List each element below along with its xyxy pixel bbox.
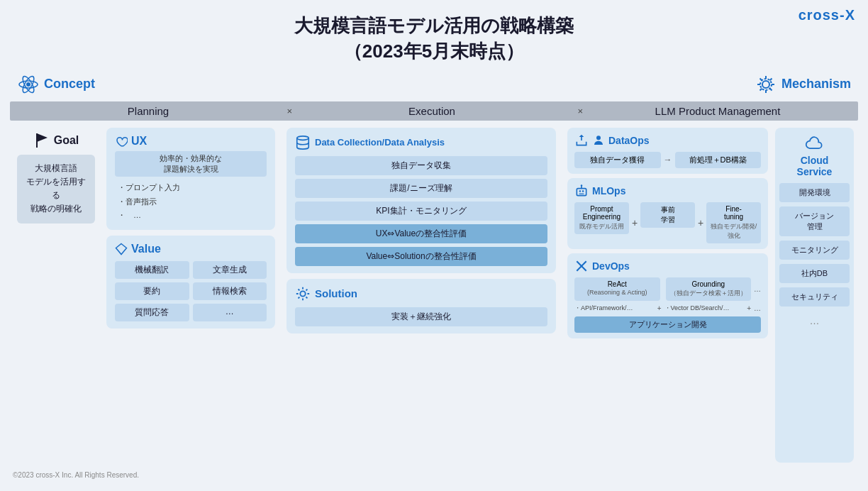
planning-column: UX 効率的・効果的な課題解決を実現 ・プロンプト入力 ・音声指示 ・ … Va…	[102, 125, 279, 465]
dataops-title: DataOps	[574, 133, 761, 148]
cloud-box: CloudService 開発環境 バージョン管理 モニタリング 社内DB セキ…	[775, 128, 854, 463]
logo: cross-X	[799, 7, 855, 23]
mlops-item-finetuning: Fine-tuning 独自モデル開発/強化	[706, 202, 761, 243]
cloud-item-version: バージョン管理	[779, 206, 850, 236]
value-item: 文章生成	[193, 261, 267, 279]
devops-item-react: ReAct (Reasoning & Acting)	[574, 277, 660, 301]
devops-api-fw: ・API/Framework/…	[574, 304, 655, 313]
page-wrapper: cross-X 大規模言語モデル活用の戦略構築 （2023年5月末時点） Con…	[0, 0, 868, 491]
dataops-icon	[574, 133, 589, 148]
cloud-item-monitoring: モニタリング	[779, 241, 850, 260]
devops-icon	[574, 259, 589, 273]
mlops-plus2: +	[698, 217, 703, 228]
dc-item-highlight: Value⇔Solutionの整合性評価	[295, 247, 547, 266]
svg-point-16	[581, 184, 583, 187]
solution-icon	[295, 286, 311, 302]
value-item: …	[193, 304, 267, 321]
gear-icon	[755, 73, 777, 96]
goal-label: Goal	[33, 132, 79, 149]
svg-point-4	[762, 81, 769, 88]
ops-column: DataOps 独自データ獲得 → 前処理＋DB構築	[567, 128, 768, 463]
solution-title: Solution	[295, 286, 547, 302]
dc-title: Data Collection/Data Analysis	[295, 135, 547, 150]
value-grid: 機械翻訳 文章生成 要約 情報検索 質問応答 …	[115, 261, 267, 321]
cloud-icon	[805, 133, 825, 153]
devops-item-grounding: Grounding （独自データ検索＋活用）	[666, 277, 752, 301]
solution-box: Solution 実装＋継続強化	[286, 279, 556, 333]
svg-point-10	[300, 291, 305, 296]
svg-rect-13	[579, 190, 582, 192]
cloud-column: CloudService 開発環境 バージョン管理 モニタリング 社内DB セキ…	[772, 128, 854, 463]
mlops-plus: +	[632, 217, 638, 228]
logo-x: X	[845, 7, 855, 23]
llm-header: LLM Product Management	[577, 101, 858, 121]
devops-app-row: アプリケーション開発	[574, 316, 761, 333]
value-box: Value 機械翻訳 文章生成 要約 情報検索 質問応答 …	[106, 236, 275, 329]
data-collection-box: Data Collection/Data Analysis 独自データ収集 課題…	[286, 128, 556, 273]
value-item: 質問応答	[115, 304, 189, 321]
page-title: 大規模言語モデル活用の戦略構築 （2023年5月末時点）	[10, 13, 858, 65]
mechanism-text: Mechanism	[781, 77, 851, 92]
concept-text: Concept	[44, 77, 95, 92]
ux-box: UX 効率的・効果的な課題解決を実現 ・プロンプト入力 ・音声指示 ・ …	[106, 128, 275, 230]
dc-item: 課題/ニーズ理解	[295, 179, 547, 198]
flag-icon	[33, 132, 50, 149]
svg-marker-8	[116, 244, 127, 255]
heart-icon	[115, 135, 128, 148]
dataops-item2: 前処理＋DB構築	[675, 152, 762, 168]
mlops-grid: PromptEngineering 既存モデル活用 + 事前学習 + Fine-…	[574, 202, 761, 243]
svg-point-9	[297, 136, 309, 140]
ux-title: UX	[115, 135, 267, 148]
header-icons-row: Concept Mechanism	[10, 73, 858, 96]
value-item: 要約	[115, 282, 189, 300]
logo-prefix: cross-	[799, 7, 845, 23]
dataops-arrow: →	[664, 155, 672, 165]
cloud-title: CloudService	[779, 133, 850, 177]
goal-column: Goal 大規模言語モデルを活用する戦略の明確化	[10, 125, 102, 465]
devops-app-box: アプリケーション開発	[574, 316, 761, 333]
dc-item-highlight: UX⇔Valueの整合性評価	[295, 224, 547, 243]
mechanism-label: Mechanism	[755, 73, 851, 96]
dataops-item1: 独自データ獲得	[574, 152, 661, 168]
devops-grid: ReAct (Reasoning & Acting) Grounding （独自…	[574, 277, 761, 301]
dc-item: KPI集計・モニタリング	[295, 202, 547, 221]
cloud-items: 開発環境 バージョン管理 モニタリング 社内DB セキュリティ …	[779, 183, 850, 331]
devops-api-row: ・API/Framework/… + ・Vector DB/Search/… +…	[574, 304, 761, 313]
svg-rect-12	[577, 188, 586, 195]
llm-inner: DataOps 独自データ獲得 → 前処理＋DB構築	[567, 128, 854, 463]
cloud-item-dots: …	[779, 311, 850, 331]
atom-icon	[17, 73, 40, 96]
mlops-title: MLOps	[574, 184, 761, 198]
cloud-item-db: 社内DB	[779, 264, 850, 283]
solution-item: 実装＋継続強化	[295, 307, 547, 326]
dataops-box: DataOps 独自データ獲得 → 前処理＋DB構築	[567, 128, 768, 174]
value-item: 機械翻訳	[115, 261, 189, 279]
svg-marker-7	[37, 133, 48, 142]
database-icon	[295, 135, 311, 150]
dc-item: 独自データ収集	[295, 156, 547, 175]
person-icon	[592, 134, 605, 147]
devops-extra: …	[754, 285, 761, 293]
concept-label: Concept	[17, 73, 159, 96]
mlops-item-prompt: PromptEngineering 既存モデル活用	[574, 202, 629, 234]
execution-column: Data Collection/Data Analysis 独自データ収集 課題…	[279, 125, 563, 465]
svg-point-11	[596, 136, 601, 140]
llm-column: DataOps 独自データ獲得 → 前処理＋DB構築	[563, 125, 858, 465]
value-item: 情報検索	[193, 282, 267, 300]
dc-items: 独自データ収集 課題/ニーズ理解 KPI集計・モニタリング UX⇔Valueの整…	[295, 156, 547, 266]
planning-header: Planning ×	[10, 101, 286, 121]
footer: ©2023 cross-X Inc. All Rights Reserved.	[10, 471, 858, 479]
main-area: Goal 大規模言語モデルを活用する戦略の明確化 UX 効率的・効果的な課題解決…	[10, 125, 858, 465]
diamond-icon	[115, 243, 128, 255]
mlops-item-pretrain: 事前学習	[640, 202, 695, 228]
svg-point-0	[26, 82, 30, 87]
robot-icon	[574, 184, 589, 198]
cloud-item-dev: 開発環境	[779, 183, 850, 202]
ux-list: ・プロンプト入力 ・音声指示 ・ …	[115, 181, 267, 223]
devops-title: DevOps	[574, 259, 761, 273]
goal-box: 大規模言語モデルを活用する戦略の明確化	[17, 155, 95, 224]
cloud-service-title: CloudService	[797, 155, 833, 177]
svg-rect-14	[582, 190, 584, 192]
execution-header: Execution ×	[286, 101, 577, 121]
cloud-item-security: セキュリティ	[779, 287, 850, 307]
